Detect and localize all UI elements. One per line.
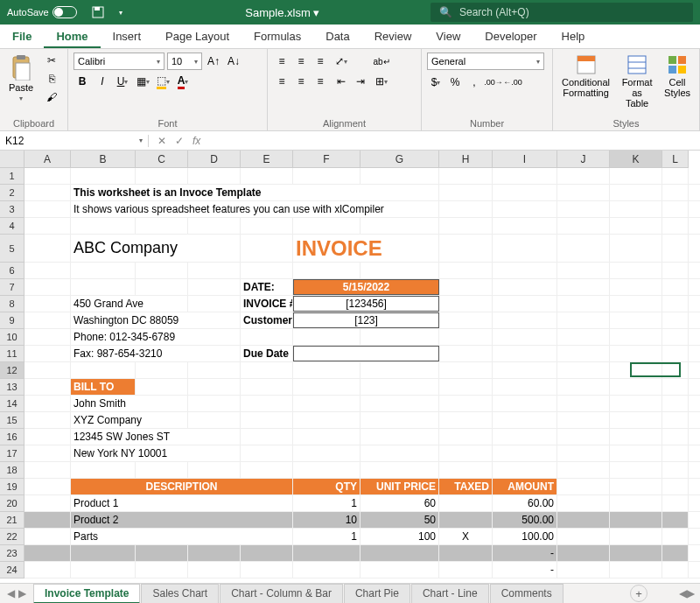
cell-K9[interactable]	[610, 312, 662, 328]
align-top-button[interactable]: ≡	[273, 53, 290, 70]
cell-L21[interactable]	[662, 512, 689, 528]
cell-F17[interactable]	[293, 445, 360, 461]
cell-F11[interactable]	[293, 346, 439, 361]
cell-I18[interactable]	[493, 462, 557, 478]
paste-button[interactable]: Paste ▾	[5, 53, 37, 104]
cell-J16[interactable]	[557, 429, 610, 445]
increase-decimal-button[interactable]: .00→	[485, 74, 502, 91]
decrease-font-button[interactable]: A↓	[225, 53, 242, 70]
cell-G18[interactable]	[360, 462, 439, 478]
cell-J20[interactable]	[557, 495, 610, 511]
row-header-7[interactable]: 7	[0, 279, 24, 296]
cell-B21[interactable]: Product 2	[71, 512, 293, 528]
cell-J21[interactable]	[557, 512, 610, 528]
cell-A6[interactable]	[24, 263, 71, 278]
format-painter-button[interactable]: 🖌	[43, 89, 60, 105]
cell-I8[interactable]	[493, 296, 557, 312]
cell-A14[interactable]	[24, 396, 71, 411]
cell-J11[interactable]	[557, 346, 610, 361]
qat-chevron-icon[interactable]: ▾	[112, 4, 130, 21]
cell-A16[interactable]	[24, 429, 71, 445]
cell-E5[interactable]	[241, 235, 293, 262]
cell-B2[interactable]: This worksheet is an Invoce Template	[71, 185, 439, 200]
cell-I24[interactable]: -	[493, 562, 557, 578]
cell-F13[interactable]	[293, 379, 360, 395]
cell-K21[interactable]	[610, 512, 662, 528]
row-header-13[interactable]: 13	[0, 379, 24, 396]
cell-B8[interactable]: 450 Grand Ave	[71, 296, 188, 312]
cell-C18[interactable]	[136, 462, 188, 478]
cell-G20[interactable]: 60	[360, 495, 439, 511]
cell-F22[interactable]: 1	[293, 529, 360, 544]
tab-formulas[interactable]: Formulas	[242, 25, 313, 48]
cell-E15[interactable]	[241, 412, 293, 428]
cell-G6[interactable]	[360, 263, 439, 278]
italic-button[interactable]: I	[94, 73, 111, 90]
increase-font-button[interactable]: A↑	[205, 53, 222, 70]
number-format-combo[interactable]: General▾	[427, 53, 544, 70]
cell-E16[interactable]	[241, 429, 293, 445]
cell-B6[interactable]	[71, 263, 136, 278]
cell-E17[interactable]	[241, 445, 293, 461]
cell-H3[interactable]	[439, 201, 493, 217]
cell-F14[interactable]	[293, 396, 360, 411]
cell-L1[interactable]	[662, 168, 689, 184]
row-header-1[interactable]: 1	[0, 168, 24, 185]
add-sheet-button[interactable]: +	[630, 585, 648, 602]
cell-A10[interactable]	[24, 329, 71, 345]
cell-C23[interactable]	[136, 545, 188, 561]
cell-G15[interactable]	[360, 412, 439, 428]
cell-J4[interactable]	[557, 218, 610, 234]
cell-B13[interactable]: BILL TO	[71, 379, 136, 395]
cell-B23[interactable]	[71, 545, 136, 561]
cell-A1[interactable]	[24, 168, 71, 184]
currency-button[interactable]: $▾	[427, 74, 444, 91]
cell-L5[interactable]	[662, 235, 689, 262]
cell-A3[interactable]	[24, 201, 71, 217]
row-header-16[interactable]: 16	[0, 429, 24, 445]
cell-L11[interactable]	[662, 346, 689, 361]
row-header-18[interactable]: 18	[0, 462, 24, 479]
cell-H14[interactable]	[439, 396, 493, 411]
cell-D7[interactable]	[188, 279, 241, 295]
col-header-A[interactable]: A	[24, 151, 71, 168]
cell-B17[interactable]: New York NY 10001	[71, 445, 241, 461]
cell-A2[interactable]	[24, 185, 71, 200]
tab-help[interactable]: Help	[550, 25, 598, 48]
cell-E7[interactable]: DATE:	[241, 279, 293, 295]
cell-I19[interactable]: AMOUNT	[493, 479, 557, 494]
row-header-20[interactable]: 20	[0, 495, 24, 512]
cell-H17[interactable]	[439, 445, 493, 461]
cell-H19[interactable]: TAXED	[439, 479, 493, 494]
cell-L2[interactable]	[662, 185, 689, 200]
cell-C4[interactable]	[136, 218, 188, 234]
cell-K16[interactable]	[610, 429, 662, 445]
cell-H22[interactable]: X	[439, 529, 493, 544]
cell-H9[interactable]	[439, 312, 493, 328]
cell-K23[interactable]	[610, 545, 662, 561]
cell-E8[interactable]: INVOICE #	[241, 296, 293, 312]
cell-L14[interactable]	[662, 396, 689, 411]
cell-L8[interactable]	[662, 296, 689, 312]
cell-J3[interactable]	[557, 201, 610, 217]
cell-B15[interactable]: XYZ Company	[71, 412, 188, 428]
search-input[interactable]: 🔍 Search (Alt+Q)	[430, 3, 693, 22]
decrease-indent-button[interactable]: ⇤	[332, 73, 350, 90]
cell-H21[interactable]	[439, 512, 493, 528]
cell-F12[interactable]	[293, 362, 360, 378]
cell-I22[interactable]: 100.00	[493, 529, 557, 544]
cell-K19[interactable]	[610, 479, 662, 494]
col-header-J[interactable]: J	[557, 151, 610, 168]
cell-J14[interactable]	[557, 396, 610, 411]
col-header-G[interactable]: G	[360, 151, 439, 168]
cell-B19[interactable]: DESCRIPTION	[71, 479, 293, 494]
cell-A11[interactable]	[24, 346, 71, 361]
cell-K24[interactable]	[610, 562, 662, 578]
sheet-next-icon[interactable]: ▶	[18, 587, 26, 599]
cell-L20[interactable]	[662, 495, 689, 511]
cell-E10[interactable]	[241, 329, 293, 345]
cell-H18[interactable]	[439, 462, 493, 478]
align-bottom-button[interactable]: ≡	[312, 53, 329, 70]
cell-D23[interactable]	[188, 545, 241, 561]
cell-B12[interactable]	[71, 362, 136, 378]
